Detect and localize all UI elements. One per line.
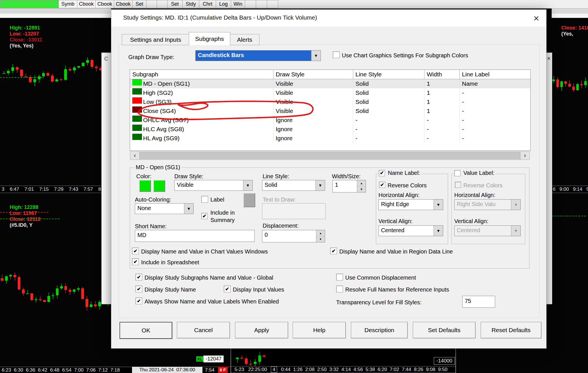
- display-region-data-checkbox[interactable]: [330, 248, 337, 254]
- bottom-center-axis-marker: 4: [271, 366, 277, 373]
- toolbar-green-indicator[interactable]: [0, 0, 59, 8]
- description-button[interactable]: Description: [351, 322, 408, 338]
- chevron-down-icon[interactable]: [184, 204, 193, 214]
- toolbar-button-blank4[interactable]: [256, 0, 267, 8]
- toolbar-button-log[interactable]: Log: [216, 0, 231, 8]
- display-study-name-checkbox[interactable]: [135, 286, 142, 292]
- transparency-level-input[interactable]: 75: [462, 296, 495, 308]
- toolbar-button-chrt[interactable]: Chrt: [199, 0, 216, 8]
- label-checkbox[interactable]: [201, 196, 208, 203]
- chevron-down-icon[interactable]: [434, 200, 443, 210]
- line-style-label: Line Style:: [263, 173, 289, 180]
- include-summary-checkbox[interactable]: [201, 213, 208, 219]
- value-horizontal-align-dropdown[interactable]: Right Side Valu: [454, 199, 521, 210]
- set-defaults-button[interactable]: Set Defaults: [413, 322, 476, 338]
- col-line-label[interactable]: Line Label: [459, 70, 530, 79]
- stepper-up-icon[interactable]: [316, 230, 325, 236]
- primary-color-swatch[interactable]: [139, 180, 151, 192]
- toolbar-button-set2[interactable]: Set: [168, 0, 183, 8]
- name-vertical-align-dropdown[interactable]: Centered: [378, 225, 443, 236]
- col-line-style[interactable]: Line Style: [353, 70, 424, 79]
- table-row-sg1[interactable]: MD - Open (SG1) Visible Solid 1 Name: [130, 79, 530, 88]
- sg3-line: Solid: [353, 97, 424, 106]
- cancel-button[interactable]: Cancel: [177, 322, 230, 338]
- toolbar-button-blank1[interactable]: [147, 0, 157, 8]
- ok-button[interactable]: OK: [120, 322, 172, 339]
- reset-defaults-button[interactable]: Reset Defaults: [481, 322, 541, 338]
- text-to-draw-input[interactable]: [262, 203, 326, 219]
- table-row-sg4[interactable]: Close (SG4) Visible Solid 1 -: [130, 106, 530, 116]
- include-spreadsheet-checkbox[interactable]: [132, 258, 139, 265]
- secondary-color-swatch[interactable]: [153, 180, 165, 192]
- apply-button[interactable]: Apply: [235, 322, 288, 338]
- value-vertical-align-dropdown[interactable]: Centered: [454, 225, 521, 236]
- table-row-sg7[interactable]: OHLC Avg (SG7) Ignore - - -: [130, 116, 530, 125]
- displacement-stepper[interactable]: 0: [262, 230, 325, 242]
- stepper-up-icon[interactable]: [357, 180, 366, 186]
- graph-draw-type-dropdown[interactable]: Candlestick Bars: [195, 50, 321, 61]
- auto-coloring-dropdown[interactable]: None: [135, 203, 194, 214]
- transparency-level-label: Transparency Level for Fill Styles:: [336, 299, 421, 306]
- display-subgraphs-global-checkbox[interactable]: [135, 274, 142, 280]
- resolve-full-names-checkbox[interactable]: [336, 286, 343, 292]
- sg2-color-chip: [132, 88, 142, 95]
- bottom-center-axis-prefix: 5-23 22:25:00: [231, 367, 267, 372]
- table-row-sg8[interactable]: HLC Avg (SG8) Ignore - - -: [130, 125, 530, 134]
- tab-alerts[interactable]: Alerts: [230, 34, 260, 45]
- name-horizontal-align-dropdown[interactable]: Right Edge: [378, 199, 443, 210]
- name-label-checkbox[interactable]: [379, 170, 385, 176]
- scrollbar-track[interactable]: [140, 151, 520, 160]
- tab-settings-and-inputs[interactable]: Settings and Inputs: [122, 34, 189, 45]
- sg3-width: 1: [424, 97, 459, 106]
- col-draw-style[interactable]: Draw Style: [273, 70, 353, 79]
- toolbar-button-set1[interactable]: Set: [133, 0, 147, 8]
- table-row-sg2[interactable]: High (SG2) Visible Solid 1 -: [130, 88, 530, 97]
- bottom-timestamp-bar: Thu 2021-06-24 07:36:00: [132, 367, 202, 373]
- toolbar-button-win[interactable]: Win: [231, 0, 245, 8]
- display-input-values-checkbox[interactable]: [224, 286, 231, 292]
- name-reverse-colors-checkbox[interactable]: [379, 182, 385, 188]
- chevron-down-icon[interactable]: [315, 180, 325, 190]
- scroll-left-icon[interactable]: [130, 151, 140, 160]
- draw-style-dropdown[interactable]: Visible: [174, 180, 253, 191]
- width-size-stepper[interactable]: 1: [332, 180, 366, 192]
- table-horizontal-scrollbar[interactable]: [130, 151, 530, 160]
- toolbar-button-cbook3[interactable]: Cbook: [114, 0, 133, 8]
- display-region-data-label: Display Name and Value in Region Data Li…: [339, 248, 453, 255]
- use-common-displacement-checkbox[interactable]: [336, 274, 343, 280]
- chevron-down-icon[interactable]: [311, 51, 321, 61]
- tab-subgraphs[interactable]: Subgraphs: [189, 32, 230, 45]
- toolbar-button-blank5[interactable]: [267, 0, 278, 8]
- always-show-labels-checkbox[interactable]: [135, 297, 142, 304]
- top-toolbar: Symb Cbook Cbook Cbook Set Set Stdy Chrt…: [0, 0, 588, 9]
- label-color-swatch[interactable]: [243, 193, 255, 207]
- left-lower-candlestick-chart: [0, 209, 110, 363]
- col-subgraph[interactable]: Subgraph: [130, 70, 273, 79]
- chevron-down-icon[interactable]: [434, 226, 443, 236]
- toolbar-button-cbook1[interactable]: Cbook: [77, 0, 96, 8]
- price-flag-tag: XL: [196, 356, 203, 362]
- col-width[interactable]: Width: [424, 70, 459, 79]
- use-chart-graphics-checkbox[interactable]: [333, 51, 340, 58]
- value-label-checkbox[interactable]: [454, 170, 461, 176]
- displacement-value: 0: [262, 230, 316, 242]
- short-name-input[interactable]: MD: [135, 230, 255, 242]
- close-icon[interactable]: ✕: [531, 13, 542, 24]
- stepper-down-icon[interactable]: [357, 186, 366, 192]
- stepper-down-icon[interactable]: [316, 236, 325, 242]
- table-row-sg9[interactable]: HL Avg (SG9) Ignore - - -: [130, 134, 530, 143]
- scroll-right-icon[interactable]: [520, 151, 530, 160]
- toolbar-button-blank3[interactable]: [245, 0, 256, 8]
- line-style-dropdown[interactable]: Solid: [262, 180, 325, 191]
- chevron-down-icon[interactable]: [511, 226, 520, 236]
- toolbar-button-cbook2[interactable]: Cbook: [96, 0, 114, 8]
- value-reverse-colors-checkbox[interactable]: [455, 182, 461, 188]
- toolbar-button-blank2[interactable]: [157, 0, 168, 8]
- display-chart-values-checkbox[interactable]: [132, 248, 139, 254]
- toolbar-button-symb[interactable]: Symb: [59, 0, 77, 8]
- chevron-down-icon[interactable]: [243, 180, 252, 190]
- toolbar-button-stdy[interactable]: Stdy: [183, 0, 199, 8]
- help-button[interactable]: Help: [293, 322, 346, 338]
- table-row-sg3[interactable]: Low (SG3) Visible Solid 1 -: [130, 97, 530, 106]
- chevron-down-icon[interactable]: [511, 200, 520, 210]
